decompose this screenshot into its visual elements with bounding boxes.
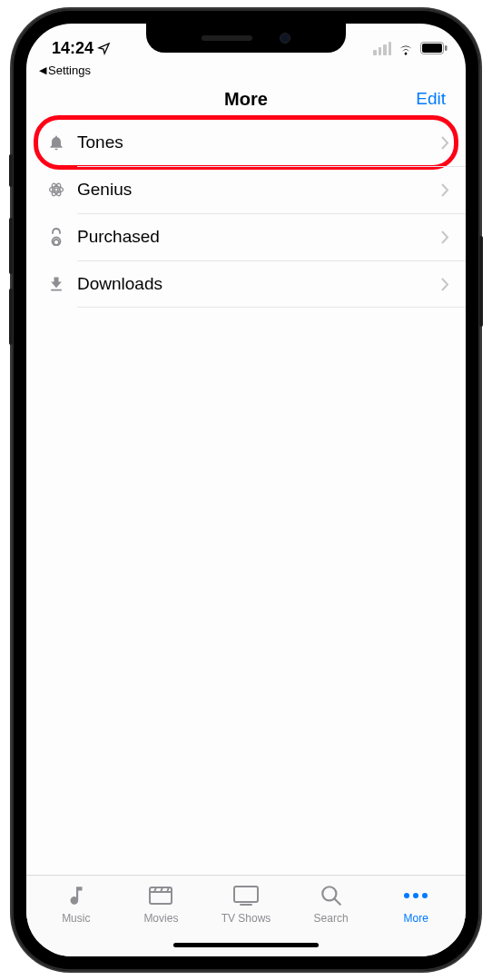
menu-list: Tones Genius Purchased — [26, 119, 466, 875]
svg-rect-13 — [234, 887, 258, 902]
status-time: 14:24 — [52, 39, 93, 58]
svg-point-18 — [413, 893, 418, 898]
page-title: More — [224, 89, 268, 110]
side-button — [9, 154, 13, 187]
chevron-right-icon — [441, 230, 449, 244]
wifi-icon — [397, 42, 415, 55]
tab-label: Movies — [143, 912, 178, 925]
music-icon — [64, 883, 88, 908]
list-item-label: Tones — [77, 132, 123, 152]
svg-point-19 — [422, 893, 428, 898]
phone-frame: 14:24 ◀ Settings — [12, 9, 480, 971]
back-chevron-icon: ◀ — [39, 64, 46, 76]
download-icon — [43, 275, 70, 293]
notch — [146, 24, 346, 53]
home-indicator[interactable] — [173, 943, 319, 947]
battery-icon — [420, 42, 448, 54]
more-icon — [402, 883, 429, 908]
side-button — [9, 289, 13, 345]
list-item-label: Genius — [77, 180, 132, 200]
bell-icon — [43, 133, 70, 152]
purchased-icon — [43, 228, 70, 246]
breadcrumb-back[interactable]: ◀ Settings — [26, 64, 466, 79]
list-item-tones[interactable]: Tones — [26, 119, 466, 166]
chevron-right-icon — [441, 183, 449, 197]
cell-signal-icon — [373, 42, 391, 55]
svg-line-16 — [334, 898, 340, 905]
svg-point-3 — [54, 188, 58, 191]
list-item-label: Purchased — [77, 227, 160, 247]
tab-label: Search — [314, 912, 349, 925]
tab-label: Music — [62, 912, 90, 925]
list-item-downloads[interactable]: Downloads — [26, 260, 466, 308]
tab-label: More — [404, 912, 428, 925]
svg-point-17 — [404, 893, 409, 898]
chevron-right-icon — [441, 136, 449, 150]
location-arrow-icon — [97, 42, 111, 55]
side-button — [479, 236, 483, 327]
tab-more[interactable]: More — [373, 883, 458, 956]
nav-header: More Edit — [26, 79, 466, 119]
genius-icon — [43, 181, 70, 199]
side-button — [9, 218, 13, 274]
screen: 14:24 ◀ Settings — [26, 24, 466, 956]
search-icon — [320, 883, 343, 908]
breadcrumb-label: Settings — [48, 64, 91, 77]
list-item-purchased[interactable]: Purchased — [26, 213, 466, 260]
chevron-right-icon — [441, 278, 449, 291]
svg-rect-1 — [422, 44, 442, 53]
list-item-genius[interactable]: Genius — [26, 166, 466, 213]
tab-bar: Music Movies TV Shows Search — [26, 875, 466, 956]
tab-music[interactable]: Music — [34, 883, 119, 956]
edit-button[interactable]: Edit — [416, 89, 446, 109]
movies-icon — [148, 883, 173, 908]
tv-icon — [232, 883, 260, 908]
tab-label: TV Shows — [221, 912, 271, 925]
list-item-label: Downloads — [77, 274, 162, 294]
svg-rect-2 — [445, 45, 448, 51]
